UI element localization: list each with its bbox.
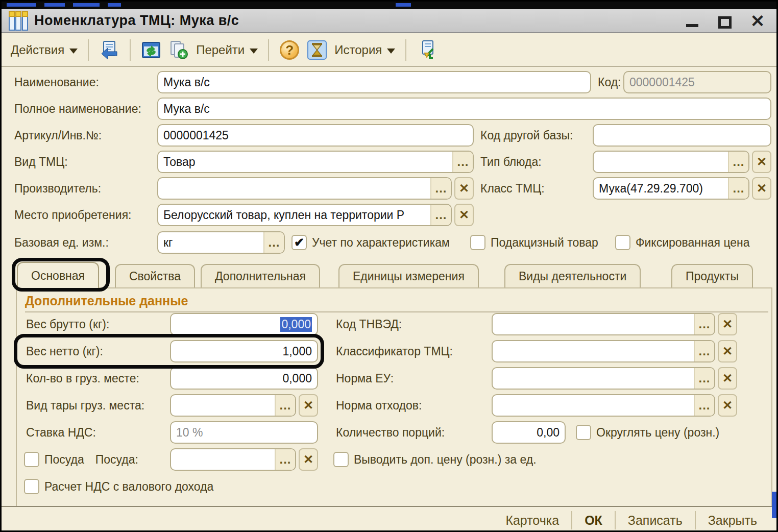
lookup-ellipsis-button[interactable]: ... — [694, 314, 714, 334]
checkbox-box[interactable] — [576, 425, 591, 440]
gross-weight-label: Вес брутто (кг): — [26, 318, 109, 331]
window-controls: ✕ — [685, 13, 769, 29]
name-row: Наименование: — [14, 71, 99, 93]
checkbox-box[interactable] — [470, 235, 485, 250]
manufacturer-input[interactable]: ... — [157, 177, 452, 200]
norm-waste-input[interactable]: ... — [492, 394, 715, 417]
cargo-tare-input[interactable]: ... — [170, 394, 296, 417]
dishes-input[interactable]: ... — [170, 448, 296, 471]
base-unit-label: Базовая ед. изм.: — [14, 236, 109, 250]
lookup-ellipsis-button[interactable]: ... — [694, 341, 714, 361]
ok-button[interactable]: ОК — [572, 510, 615, 530]
extra-unit-price-checkbox[interactable]: Выводить доп. цену (розн.) за ед. — [333, 448, 537, 471]
close-window-button[interactable]: Закрыть — [696, 510, 769, 530]
other-base-code-label: Код другой базы: — [480, 129, 573, 142]
checkbox-box[interactable] — [24, 479, 39, 494]
full-name-label: Полное наименование: — [14, 102, 141, 116]
purchase-place-input[interactable]: Белорусский товар, куплен на территории … — [157, 204, 452, 226]
tmc-class-input[interactable]: Мука(47.29.29.700) ... — [593, 177, 749, 200]
chevron-down-icon — [387, 49, 395, 54]
lookup-ellipsis-button[interactable]: ... — [694, 395, 714, 416]
help-icon[interactable]: ? — [279, 40, 300, 60]
qty-in-cargo-input[interactable]: 0,000 — [170, 367, 318, 390]
lookup-ellipsis-button[interactable]: ... — [430, 205, 451, 225]
clear-button[interactable]: ✕ — [718, 367, 737, 390]
net-weight-label: Вес нетто (кг): — [26, 345, 103, 358]
actions-menu-button[interactable]: Действия — [11, 43, 78, 57]
tab-dopolnitelnaya[interactable]: Дополнительная — [201, 264, 320, 287]
clear-button[interactable]: ✕ — [752, 177, 771, 200]
chevron-down-icon — [250, 49, 258, 54]
tab-edinitsy[interactable]: Единицы измерения — [338, 264, 479, 287]
lookup-ellipsis-button[interactable]: ... — [430, 178, 451, 199]
history-menu-button[interactable]: История — [334, 43, 395, 57]
title-bar: Номенклатура ТМЦ: Мука в/с ✕ — [2, 9, 776, 33]
chevron-down-icon — [69, 49, 78, 54]
net-weight-input[interactable]: 1,000 — [170, 340, 318, 362]
history-hourglass-icon[interactable] — [307, 40, 327, 60]
tab-produkty[interactable]: Продукты — [671, 264, 753, 287]
lookup-ellipsis-button[interactable]: ... — [263, 232, 284, 253]
lookup-ellipsis-button[interactable]: ... — [275, 449, 295, 470]
lookup-ellipsis-button[interactable]: ... — [275, 395, 295, 416]
lookup-ellipsis-button[interactable]: ... — [728, 178, 748, 199]
clear-button[interactable]: ✕ — [299, 394, 318, 417]
import-document-icon[interactable] — [417, 40, 437, 60]
other-base-code-input[interactable] — [593, 124, 771, 147]
name-input[interactable]: Мука в/с — [157, 71, 591, 93]
checkbox-box[interactable] — [615, 235, 630, 250]
norm-eu-input[interactable]: ... — [492, 367, 715, 390]
gross-weight-input[interactable]: 0,000 — [170, 313, 318, 335]
tmc-classifier-input[interactable]: ... — [492, 340, 715, 362]
tab-vidy[interactable]: Виды деятельности — [504, 264, 641, 287]
lookup-ellipsis-button[interactable]: ... — [452, 152, 473, 172]
refresh-icon[interactable] — [141, 40, 161, 60]
code-label-wrap: Код: — [598, 71, 621, 93]
full-name-input[interactable]: Мука в/с — [157, 98, 771, 120]
clear-button[interactable]: ✕ — [718, 340, 737, 362]
clear-button[interactable]: ✕ — [718, 313, 737, 335]
tnved-code-input[interactable]: ... — [492, 313, 715, 335]
close-button[interactable]: ✕ — [750, 13, 765, 29]
dishes-checkbox[interactable]: Посуда Посуда: — [24, 448, 138, 471]
portions-input[interactable]: 0,00 — [492, 421, 566, 444]
tmc-class-label: Класс ТМЦ: — [480, 182, 545, 196]
clear-button[interactable]: ✕ — [299, 448, 318, 471]
tnved-code-label: Код ТНВЭД: — [336, 318, 402, 331]
code-field: 0000001425 — [623, 71, 771, 93]
vat-from-gross-checkbox[interactable]: Расчет НДС с валового дохода — [24, 475, 213, 498]
clear-button[interactable]: ✕ — [752, 151, 771, 173]
lookup-ellipsis-button[interactable]: ... — [728, 152, 748, 172]
vat-rate-input: 10 % — [170, 421, 318, 444]
tab-svoystva[interactable]: Свойства — [115, 264, 195, 287]
excisable-checkbox[interactable]: Подакцизный товар — [470, 231, 598, 254]
tab-osnovnaya[interactable]: Основная — [17, 262, 99, 288]
round-price-checkbox[interactable]: Округлять цену (розн.) — [576, 421, 719, 444]
minimize-button[interactable] — [685, 13, 700, 29]
background-window-edge — [772, 492, 776, 518]
tmc-classifier-label: Классификатор ТМЦ: — [336, 345, 453, 358]
goto-menu-button[interactable]: Перейти — [196, 43, 258, 57]
clear-button[interactable]: ✕ — [454, 204, 474, 226]
article-label: Артикул/Инв.№: — [14, 129, 102, 142]
group-header: Дополнительные данные — [25, 294, 768, 312]
fixed-price-checkbox[interactable]: Фиксированная цена — [615, 231, 750, 254]
checkbox-box[interactable] — [333, 452, 349, 467]
maximize-button[interactable] — [717, 13, 733, 29]
dish-type-input[interactable]: ... — [593, 151, 749, 173]
tmc-kind-input[interactable]: Товар ... — [157, 151, 474, 173]
catalog-icon — [9, 11, 28, 31]
checkbox-box[interactable] — [24, 452, 39, 467]
tmc-kind-label: Вид ТМЦ: — [14, 155, 68, 169]
reread-icon[interactable] — [99, 40, 119, 60]
copy-add-icon[interactable] — [168, 40, 189, 60]
checkbox-box[interactable]: ✔ — [291, 235, 307, 250]
save-button[interactable]: Записать — [616, 510, 695, 530]
article-input[interactable]: 0000001425 — [157, 124, 474, 147]
base-unit-input[interactable]: кг ... — [157, 231, 285, 254]
lookup-ellipsis-button[interactable]: ... — [694, 368, 714, 389]
clear-button[interactable]: ✕ — [454, 177, 474, 200]
char-accounting-checkbox[interactable]: ✔ Учет по характеристикам — [291, 231, 450, 254]
card-button[interactable]: Карточка — [493, 510, 571, 530]
clear-button[interactable]: ✕ — [718, 394, 737, 417]
